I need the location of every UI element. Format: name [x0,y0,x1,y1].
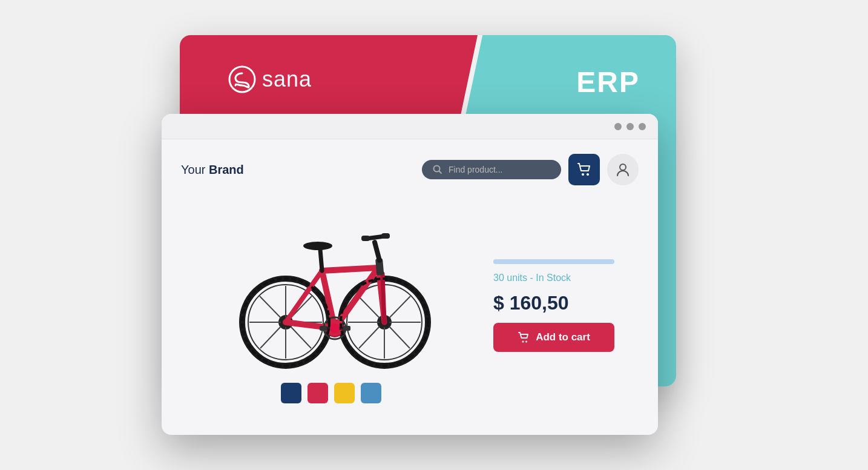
svg-line-37 [375,242,380,260]
stock-info: 30 units - In Stock [493,273,639,283]
user-button[interactable] [607,154,639,185]
svg-line-13 [260,296,281,318]
svg-rect-46 [343,326,350,331]
add-to-cart-button[interactable]: Add to cart [493,323,614,352]
svg-line-35 [383,274,384,322]
svg-line-25 [389,326,410,348]
swatch-red[interactable] [307,383,328,403]
add-to-cart-label: Add to cart [536,331,590,343]
svg-rect-40 [381,233,390,239]
search-icon [433,165,442,174]
header-right: Find product... [422,154,639,185]
browser-dot-2 [626,123,634,130]
svg-rect-39 [361,236,370,241]
bike-container [222,201,440,371]
brand-name: Your Brand [181,163,244,177]
browser-chrome [162,114,658,139]
product-price: $ 160,50 [493,292,639,314]
svg-line-31 [322,268,378,271]
scene: sana ERP Your Brand [162,35,706,435]
browser-dot-3 [639,123,646,130]
svg-point-51 [525,340,527,342]
svg-line-26 [389,296,410,318]
svg-point-42 [303,242,332,250]
svg-point-50 [522,340,524,342]
stock-bar [493,259,614,264]
color-swatches [281,383,381,403]
svg-line-41 [320,250,322,271]
svg-point-3 [582,173,584,176]
store-header: Your Brand Find product... [181,154,639,185]
brand-prefix: Your [181,163,209,176]
front-card: Your Brand Find product... [162,114,658,435]
svg-point-4 [587,173,589,176]
svg-line-14 [291,326,311,348]
svg-point-0 [229,67,255,92]
svg-line-24 [358,296,380,318]
svg-rect-45 [320,326,327,331]
svg-point-5 [620,164,626,170]
erp-label: ERP [576,65,640,99]
svg-line-27 [359,326,380,348]
swatch-navy[interactable] [281,383,301,403]
search-placeholder-text: Find product... [449,165,503,174]
product-details: 30 units - In Stock $ 160,50 Add to cart [493,253,639,352]
svg-point-47 [330,323,340,333]
user-icon [615,162,631,177]
cart-btn-icon [518,331,530,343]
brand-strong: Brand [209,163,244,176]
sana-logo-text: sana [262,67,312,92]
swatch-blue[interactable] [361,383,381,403]
bike-svg [222,201,440,371]
browser-dots [614,123,646,130]
cart-button[interactable] [568,154,600,185]
svg-line-16 [260,326,281,348]
svg-line-2 [439,171,442,174]
sana-logo-icon [228,65,256,93]
sana-logo: sana [228,65,312,93]
browser-dot-1 [614,123,622,130]
cart-icon [576,161,593,178]
product-area: 30 units - In Stock $ 160,50 Add to cart [181,201,639,403]
swatch-yellow[interactable] [334,383,355,403]
store-content: Your Brand Find product... [162,139,658,418]
product-image-area [181,201,481,403]
search-bar[interactable]: Find product... [422,160,561,179]
